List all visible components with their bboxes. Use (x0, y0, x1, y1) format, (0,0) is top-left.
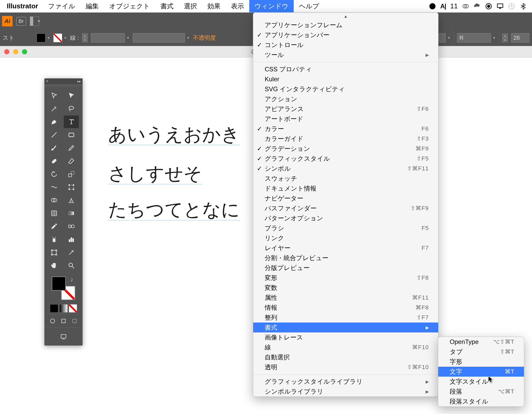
submenu-item[interactable]: 文字⌘T (438, 367, 524, 377)
zoom-tool[interactable] (64, 259, 79, 272)
width-tool[interactable] (47, 181, 62, 193)
artboard-tool[interactable] (47, 246, 62, 259)
selection-tool[interactable] (47, 89, 62, 102)
magic-wand-tool[interactable] (47, 102, 62, 115)
menu-item[interactable]: アクション (253, 94, 438, 104)
menu-item[interactable]: スウォッチ (253, 174, 438, 183)
gradient-tool[interactable] (64, 207, 79, 220)
text-object-line1[interactable]: あいうえおかき (108, 125, 240, 145)
menu-help[interactable]: ヘルプ (294, 0, 325, 12)
draw-behind[interactable] (59, 316, 68, 326)
cloud-icon[interactable] (473, 3, 481, 10)
submenu-item[interactable]: 字形 (438, 357, 524, 367)
menu-item[interactable]: ✓グラデーション⌘F9 (253, 144, 438, 154)
rotate-tool[interactable] (47, 168, 62, 180)
tools-panel-header[interactable]: × ▸▸ (44, 78, 83, 84)
stroke-swatch[interactable] (53, 33, 62, 42)
menu-item[interactable]: グラフィックスタイルライブラリ▶ (253, 377, 438, 387)
menu-item[interactable]: パターンオプション (253, 213, 438, 223)
pencil-tool[interactable] (64, 142, 79, 154)
window-close-button[interactable] (4, 49, 9, 54)
stroke-profile-select[interactable] (133, 33, 185, 43)
eyedropper-tool[interactable] (47, 220, 62, 233)
hand-tool[interactable] (47, 259, 62, 272)
menu-item[interactable]: 透明⇧⌘F10 (253, 362, 438, 372)
menu-item[interactable]: 変形⇧F8 (253, 273, 438, 283)
menu-item[interactable]: 分版プレビュー (253, 263, 438, 273)
menu-view[interactable]: 表示 (226, 0, 249, 12)
submenu-item[interactable]: 段落⌥⌘T (438, 387, 524, 396)
menu-item[interactable]: 自動選択 (253, 352, 438, 362)
chevron-down-icon[interactable]: ▼ (187, 36, 190, 40)
text-object-line2[interactable]: さしすせそ (108, 165, 202, 184)
menu-item[interactable]: 画像トレース (253, 332, 438, 342)
menu-item[interactable]: ✓アプリケーションバー (253, 30, 438, 40)
menu-item[interactable]: SVG インタラクティビティ (253, 84, 438, 94)
submenu-item[interactable]: 文字スタイル (438, 377, 524, 387)
close-icon[interactable]: × (46, 79, 48, 84)
chevron-down-icon[interactable]: ▼ (493, 36, 496, 40)
paintbrush-tool[interactable] (47, 142, 62, 154)
stroke-weight-stepper[interactable]: ▲▼ (82, 33, 88, 42)
chevron-down-icon[interactable]: ▼ (64, 36, 67, 40)
menu-item[interactable]: ✓グラフィックスタイル⇧F5 (253, 154, 438, 164)
lasso-tool[interactable] (64, 102, 79, 115)
screen-mode-button[interactable] (57, 331, 70, 342)
menu-item[interactable]: 変数 (253, 283, 438, 293)
timemachine-icon[interactable] (508, 3, 515, 10)
menu-item[interactable]: ドキュメント情報 (253, 183, 438, 193)
chevron-down-icon[interactable]: ▼ (447, 36, 450, 40)
blend-tool[interactable] (64, 220, 79, 233)
rectangle-tool[interactable] (64, 129, 79, 141)
shape-builder-tool[interactable] (47, 194, 62, 206)
type-tool[interactable] (64, 116, 79, 128)
menu-item[interactable]: 書式▶ (253, 323, 438, 332)
chevron-down-icon[interactable]: ▼ (47, 36, 50, 40)
menu-window[interactable]: ウィンドウ (249, 0, 294, 12)
pen-tool[interactable] (47, 116, 62, 128)
perspective-grid-tool[interactable] (64, 194, 79, 206)
font-style-select[interactable]: R (457, 33, 491, 43)
menu-item[interactable]: パスファインダー⇧⌘F9 (253, 203, 438, 213)
menu-object[interactable]: オブジェクト (104, 0, 155, 12)
fill-swatch[interactable] (37, 33, 45, 42)
none-mode[interactable] (69, 304, 77, 313)
text-object-line3[interactable]: たちつてとなに (108, 201, 240, 220)
draw-inside[interactable] (70, 316, 79, 326)
direct-selection-tool[interactable] (64, 89, 79, 102)
collapse-icon[interactable]: ▸▸ (77, 79, 81, 83)
menu-scroll-up[interactable]: ▲ (253, 13, 438, 20)
menu-item[interactable]: アピアランス⇧F6 (253, 104, 438, 114)
submenu-item[interactable]: 段落スタイル (438, 396, 524, 406)
menu-item[interactable]: リンク (253, 233, 438, 243)
menu-item[interactable]: ✓カラーF6 (253, 124, 438, 134)
cc-icon[interactable] (462, 3, 469, 10)
tools-panel[interactable]: × ▸▸ ⤸ (44, 78, 83, 346)
menu-item[interactable]: ブラシF5 (253, 223, 438, 233)
column-graph-tool[interactable] (64, 233, 79, 246)
menu-item[interactable]: カラーガイド⇧F3 (253, 134, 438, 144)
menu-item[interactable]: ✓シンボル⇧⌘F11 (253, 164, 438, 174)
window-minimize-button[interactable] (13, 49, 18, 54)
slice-tool[interactable] (64, 246, 79, 259)
menu-item[interactable]: アートボード (253, 114, 438, 124)
circle-icon[interactable] (485, 3, 492, 10)
color-mode[interactable] (50, 304, 58, 313)
submenu-item[interactable]: タブ⇧⌘T (438, 347, 524, 357)
airplay-icon[interactable] (496, 3, 504, 10)
bridge-button[interactable]: Br (16, 17, 26, 26)
menu-item[interactable]: レイヤーF7 (253, 243, 438, 253)
menu-edit[interactable]: 編集 (80, 0, 104, 12)
submenu-item[interactable]: OpenType⌥⇧⌘T (438, 337, 524, 347)
menu-item[interactable]: ナビゲーター (253, 193, 438, 203)
chevron-down-icon[interactable]: ▼ (126, 36, 130, 40)
menu-item[interactable]: 属性⌘F11 (253, 293, 438, 303)
fill-color[interactable] (52, 277, 66, 291)
menu-item[interactable]: ✓コントロール (253, 40, 438, 50)
window-zoom-button[interactable] (22, 49, 27, 54)
swap-fill-stroke-icon[interactable]: ⤸ (70, 277, 74, 283)
menu-effect[interactable]: 効果 (202, 0, 226, 12)
symbol-sprayer-tool[interactable] (47, 233, 62, 246)
menu-type[interactable]: 書式 (155, 0, 179, 12)
menu-item[interactable]: ツール▶ (253, 50, 438, 60)
